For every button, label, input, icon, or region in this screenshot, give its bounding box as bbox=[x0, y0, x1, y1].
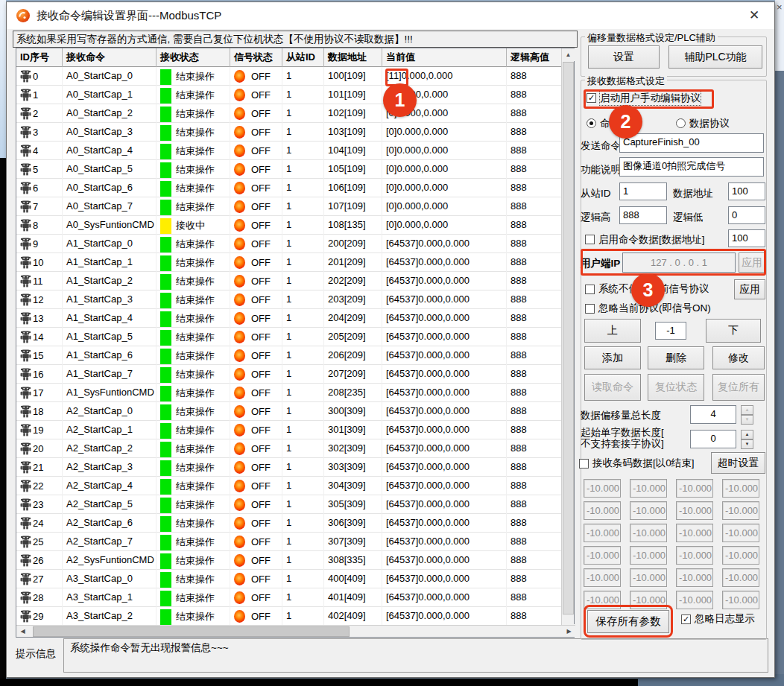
settings-button[interactable]: 设置 bbox=[588, 45, 660, 69]
offset-value-input[interactable]: -10.000 bbox=[584, 546, 621, 565]
table-row[interactable]: 21A2_StartCap_3结束操作OFF1303[309][64537]0.… bbox=[16, 458, 562, 477]
horizontal-scroll-thumb[interactable] bbox=[33, 626, 350, 637]
table-row[interactable]: 28A3_StartCap_1结束操作OFF1401[409][64537]0.… bbox=[16, 588, 562, 607]
vertical-scroll-thumb[interactable] bbox=[563, 62, 574, 614]
table-row[interactable]: 7A0_StartCap_7结束操作OFF1107[109][0]0.000,0… bbox=[16, 197, 562, 216]
table-row[interactable]: 13A1_StartCap_4结束操作OFF1204[209][64537]0.… bbox=[16, 309, 562, 328]
manual-protocol-checkbox[interactable]: ✓ bbox=[587, 93, 596, 103]
offset-value-input[interactable]: -10.000 bbox=[630, 546, 667, 565]
offset-value-input[interactable]: -10.000 bbox=[676, 591, 713, 609]
close-button[interactable]: ✕ bbox=[745, 7, 764, 25]
read-cmd-button[interactable]: 读取命令 bbox=[584, 374, 641, 401]
offset-value-input[interactable]: -10.000 bbox=[722, 501, 759, 520]
offset-value-input[interactable]: -10.000 bbox=[630, 501, 667, 520]
table-row[interactable]: 18A2_StartCap_0结束操作OFF1300[309][64537]0.… bbox=[16, 402, 562, 421]
table-row[interactable]: 26A2_SysFuntionCMD结束操作OFF1308[335][64537… bbox=[16, 551, 562, 570]
ignore-log-label[interactable]: 忽略日志显示 bbox=[695, 612, 755, 626]
table-row[interactable]: 5A0_StartCap_5结束操作OFF1105[109][0]0.000,0… bbox=[16, 160, 562, 179]
enable-cmd-data-checkbox[interactable] bbox=[585, 235, 595, 244]
table-row[interactable]: 4A0_StartCap_4结束操作OFF1104[109][0]0.000,0… bbox=[16, 142, 562, 160]
column-header-5[interactable]: 数据地址 bbox=[324, 48, 382, 67]
offset-value-input[interactable]: -10.000 bbox=[676, 546, 713, 565]
logic-high-input[interactable]: 888 bbox=[619, 206, 667, 224]
delete-button[interactable]: 删除 bbox=[648, 346, 704, 369]
column-header-6[interactable]: 当前值 bbox=[382, 48, 507, 67]
table-row[interactable]: 9A1_StartCap_0结束操作OFF1200[209][64537]0.0… bbox=[16, 235, 562, 253]
data-protocol-label[interactable]: 数据协议 bbox=[689, 117, 730, 130]
offset-value-input[interactable]: -10.000 bbox=[722, 591, 759, 609]
table-row[interactable]: 29A3_StartCap_2结束操作OFF1402[409][64537]0.… bbox=[16, 607, 562, 626]
scroll-right-icon[interactable]: ▶ bbox=[563, 626, 575, 638]
save-all-button[interactable]: 保存所有参数 bbox=[587, 610, 669, 633]
offset-value-input[interactable]: -10.000 bbox=[722, 546, 759, 565]
table-row[interactable]: 6A0_StartCap_6结束操作OFF1106[109][0]0.000,0… bbox=[16, 179, 562, 197]
data-protocol-radio[interactable] bbox=[676, 118, 686, 128]
offset-value-input[interactable]: -10.000 bbox=[722, 524, 759, 542]
vertical-scrollbar[interactable]: ▲ ▼ bbox=[561, 48, 574, 637]
offset-total-spinner[interactable]: ▲▼ bbox=[741, 405, 753, 424]
table-row[interactable]: 12A1_StartCap_3结束操作OFF1203[209][64537]0.… bbox=[16, 290, 562, 309]
table-row[interactable]: 8A0_SysFuntionCMD接收中OFF1108[135][0]0.000… bbox=[16, 216, 562, 235]
offset-value-input[interactable]: -10.000 bbox=[584, 524, 621, 542]
table-row[interactable]: 3A0_StartCap_3结束操作OFF1103[109][0]0.000,0… bbox=[16, 123, 562, 142]
table-row[interactable]: 27A3_StartCap_0结束操作OFF1400[409][64537]0.… bbox=[16, 570, 562, 588]
table-row[interactable]: 25A2_StartCap_7结束操作OFF1307[309][64537]0.… bbox=[16, 533, 562, 551]
timeout-button[interactable]: 超时设置 bbox=[711, 452, 765, 474]
offset-value-input[interactable]: -10.000 bbox=[722, 568, 759, 587]
modify-button[interactable]: 修改 bbox=[712, 346, 765, 369]
table-row[interactable]: 19A2_StartCap_1结束操作OFF1301[309][64537]0.… bbox=[16, 421, 562, 439]
offset-value-input[interactable]: -10.000 bbox=[584, 568, 621, 587]
send-cmd-input[interactable]: CaptureFinish_00 bbox=[619, 133, 764, 153]
column-header-7[interactable]: 逻辑高值 bbox=[507, 48, 562, 67]
apply-button[interactable]: 应用 bbox=[734, 279, 765, 299]
start-word-spinner[interactable]: ▲▼ bbox=[741, 430, 753, 448]
add-button[interactable]: 添加 bbox=[584, 346, 641, 369]
scroll-up-icon[interactable]: ▲ bbox=[562, 48, 575, 61]
ip-apply-button[interactable]: 应用 bbox=[739, 253, 765, 273]
column-header-3[interactable]: 信号状态 bbox=[230, 48, 282, 67]
offset-value-input[interactable]: -10.000 bbox=[630, 591, 667, 609]
offset-value-input[interactable]: -10.000 bbox=[676, 568, 713, 587]
func-desc-input[interactable]: 图像通道0拍照完成信号 bbox=[619, 157, 764, 177]
manual-protocol-label[interactable]: 启动用户手动编辑协议 bbox=[600, 92, 701, 105]
data-addr-input[interactable]: 100 bbox=[728, 182, 765, 200]
start-word-input[interactable]: 0 bbox=[690, 430, 736, 448]
table-row[interactable]: 23A2_StartCap_5结束操作OFF1305[309][64537]0.… bbox=[16, 495, 562, 514]
cmd-protocol-radio[interactable] bbox=[587, 118, 596, 128]
table-row[interactable]: 22A2_StartCap_4结束操作OFF1304[309][64537]0.… bbox=[16, 477, 562, 495]
offset-total-input[interactable]: 4 bbox=[690, 405, 736, 424]
barcode-label[interactable]: 接收条码数据[以0结束] bbox=[592, 457, 695, 470]
offset-value-input[interactable]: -10.000 bbox=[630, 479, 667, 498]
no-signal-protocol-checkbox[interactable] bbox=[585, 285, 595, 294]
table-row[interactable]: 15A1_StartCap_6结束操作OFF1206[209][64537]0.… bbox=[16, 346, 562, 365]
plc-assist-button[interactable]: 辅助PLC功能 bbox=[668, 45, 762, 69]
barcode-checkbox[interactable] bbox=[579, 459, 589, 469]
reset-all-button[interactable]: 复位所有 bbox=[712, 374, 765, 401]
offset-value-input[interactable]: -10.000 bbox=[722, 479, 759, 498]
offset-value-input[interactable]: -10.000 bbox=[630, 568, 667, 587]
table-row[interactable]: 0A0_StartCap_0结束操作OFF1100[109][11]0.000,… bbox=[16, 67, 562, 86]
ignore-protocol-checkbox[interactable] bbox=[585, 304, 595, 314]
table-row[interactable]: 10A1_StartCap_1结束操作OFF1201[209][64537]0.… bbox=[16, 253, 562, 272]
table-row[interactable]: 14A1_StartCap_5结束操作OFF1205[209][64537]0.… bbox=[16, 328, 562, 346]
table-row[interactable]: 11A1_StartCap_2结束操作OFF1202[209][64537]0.… bbox=[16, 272, 562, 290]
logic-low-input[interactable]: 0 bbox=[728, 206, 765, 224]
move-up-button[interactable]: 上 bbox=[584, 319, 641, 343]
reset-state-button[interactable]: 复位状态 bbox=[648, 374, 704, 401]
scroll-left-icon[interactable]: ◀ bbox=[16, 626, 29, 638]
column-header-4[interactable]: 从站ID bbox=[282, 48, 324, 67]
ignore-log-checkbox[interactable]: ✓ bbox=[681, 614, 691, 624]
table-row[interactable]: 16A1_StartCap_7结束操作OFF1207[209][64537]0.… bbox=[16, 365, 562, 384]
enable-cmd-data-input[interactable]: 100 bbox=[728, 229, 765, 247]
offset-value-input[interactable]: -10.000 bbox=[676, 479, 713, 498]
client-ip-input[interactable]: 127 . 0 . 0 . 1 bbox=[622, 253, 736, 273]
column-header-2[interactable]: 接收状态 bbox=[157, 48, 230, 67]
offset-value-input[interactable]: -10.000 bbox=[676, 501, 713, 520]
step-input[interactable]: -1 bbox=[655, 322, 686, 340]
offset-value-input[interactable]: -10.000 bbox=[676, 524, 713, 542]
column-header-1[interactable]: 接收命令 bbox=[63, 48, 157, 67]
move-down-button[interactable]: 下 bbox=[706, 319, 761, 343]
table-row[interactable]: 1A0_StartCap_1结束操作OFF1101[109][0]0.000,0… bbox=[16, 86, 562, 104]
table-row[interactable]: 20A2_StartCap_2结束操作OFF1302[309][64537]0.… bbox=[16, 439, 562, 458]
enable-cmd-data-label[interactable]: 启用命令数据[数据地址] bbox=[598, 233, 705, 247]
